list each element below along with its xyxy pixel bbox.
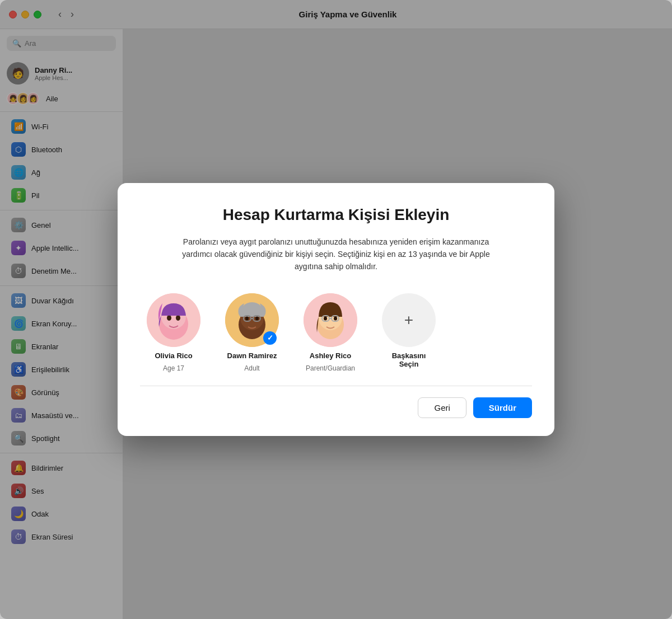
contact-avatar-wrapper-dawn: ✓	[225, 293, 279, 347]
modal-buttons: Geri Sürdür	[140, 397, 532, 418]
contact-name-dawn: Dawn Ramirez	[227, 351, 277, 360]
add-other-plus-icon: +	[404, 311, 413, 329]
svg-point-11	[245, 316, 249, 320]
svg-point-4	[176, 315, 180, 321]
contact-sub-ashley: Parent/Guardian	[306, 364, 355, 372]
contact-sub-dawn: Adult	[244, 364, 259, 372]
svg-point-20	[334, 316, 337, 320]
add-other-button[interactable]: +	[382, 293, 436, 347]
window: ‹ › Giriş Yapma ve Güvenlik 🔍 🧑 Danny Ri…	[0, 0, 672, 619]
modal-divider	[140, 386, 532, 386]
contact-avatar-wrapper-ashley	[304, 293, 357, 347]
continue-button[interactable]: Sürdür	[473, 397, 532, 418]
add-other-label: Başkasını Seçin	[392, 351, 426, 368]
contact-name-olivia: Olivia Rico	[155, 351, 192, 360]
contact-sub-olivia: Age 17	[163, 364, 184, 372]
contact-item-ashley[interactable]: Ashley Rico Parent/Guardian	[297, 293, 364, 372]
svg-point-12	[255, 316, 259, 320]
contact-item-add-other[interactable]: + Başkasını Seçin	[375, 293, 442, 372]
contacts-grid: Olivia Rico Age 17	[140, 293, 532, 372]
contact-name-ashley: Ashley Rico	[310, 351, 351, 360]
back-button[interactable]: Geri	[418, 397, 466, 418]
svg-point-3	[167, 315, 171, 321]
modal-overlay: Hesap Kurtarma Kişisi Ekleyin Parolanızı…	[0, 0, 672, 619]
contact-avatar-olivia	[147, 293, 200, 347]
contact-check-dawn: ✓	[263, 331, 277, 345]
contact-item-dawn[interactable]: ✓ Dawn Ramirez Adult	[218, 293, 286, 372]
contact-avatar-ashley	[304, 293, 357, 347]
modal-title: Hesap Kurtarma Kişisi Ekleyin	[140, 205, 532, 224]
contact-avatar-wrapper-olivia	[147, 293, 200, 347]
svg-point-19	[324, 316, 327, 320]
modal-description: Parolanızı veya aygıt parolanızı unuttuğ…	[179, 236, 493, 273]
modal: Hesap Kurtarma Kişisi Ekleyin Parolanızı…	[118, 183, 554, 436]
contact-item-olivia[interactable]: Olivia Rico Age 17	[140, 293, 207, 372]
